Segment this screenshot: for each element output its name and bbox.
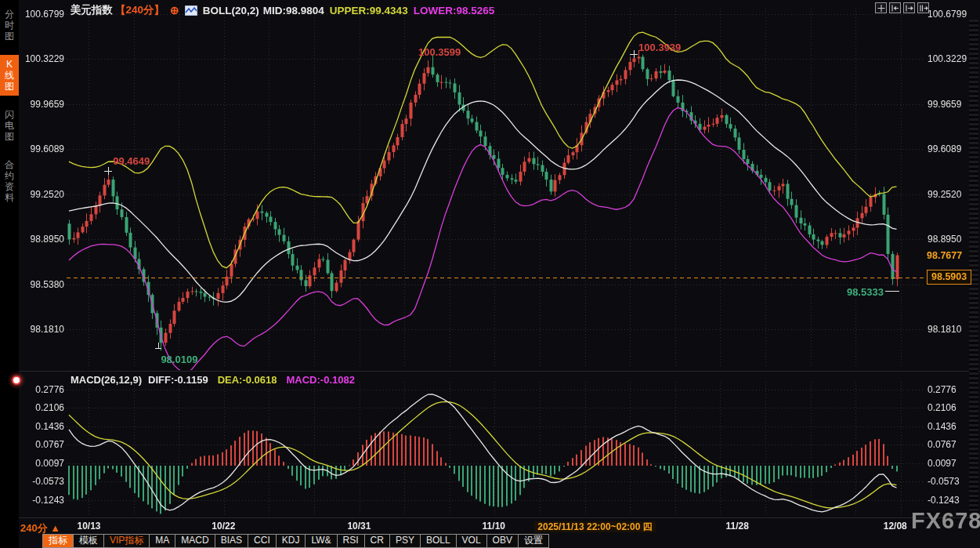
- macd-value: MACD:-0.1082: [287, 374, 355, 386]
- crosshair-icon[interactable]: [875, 2, 887, 13]
- macd-header: MACD(26,12,9) DIFF:-0.1159 DEA:-0.0618 M…: [71, 374, 355, 386]
- toolbar-item-obv[interactable]: OBV: [486, 534, 519, 548]
- toolbar-item-cci[interactable]: CCI: [248, 534, 277, 548]
- right-scroll-strip[interactable]: [969, 20, 978, 512]
- shift-right-icon[interactable]: [917, 2, 929, 13]
- indicator-toolbar: 指标模板VIP指标MAMACDBIASCCIKDJLW&RSICRPSYBOLL…: [43, 534, 549, 548]
- sun-icon[interactable]: [12, 376, 21, 385]
- boll-mid-value: MID:98.9804: [263, 5, 324, 16]
- period-title: 【240分】: [115, 3, 165, 17]
- toolbar-item-psy[interactable]: PSY: [389, 534, 421, 548]
- sidebar-item-flash-chart[interactable]: 闪电图: [0, 105, 19, 146]
- chart-header: 美元指数 【240分】 ⊕ BOLL(20,2) MID:98.9804 UPP…: [71, 3, 494, 17]
- trading-app-window: 分时图K线图闪电图合约资料 美元指数 【240分】 ⊕ BOLL(20,2) M…: [0, 0, 980, 548]
- toolbar-item-settings[interactable]: 设置: [518, 534, 549, 548]
- sidebar-item-label: 闪电图: [4, 109, 15, 142]
- toolbar-item-rsi[interactable]: RSI: [337, 534, 365, 548]
- toolbar-item-vip-indicator[interactable]: VIP指标: [103, 534, 150, 548]
- expand-horizontal-icon[interactable]: [903, 2, 915, 13]
- triangle-up-icon: ▲: [50, 522, 60, 534]
- toolbar-item-lw[interactable]: LW&: [305, 534, 337, 548]
- left-sidebar: 分时图K线图闪电图合约资料: [0, 0, 19, 548]
- toolbar-item-bias[interactable]: BIAS: [215, 534, 248, 548]
- macd-params-label: MACD(26,12,9): [71, 374, 142, 386]
- toolbar-item-macd[interactable]: MACD: [175, 534, 215, 548]
- toolbar-item-kdj[interactable]: KDJ: [276, 534, 306, 548]
- sidebar-item-label: K线图: [4, 59, 15, 92]
- boll-indicator-label: BOLL(20,2): [203, 5, 259, 16]
- toolbar-item-template[interactable]: 模板: [73, 534, 104, 548]
- sidebar-item-timeshare-chart[interactable]: 分时图: [0, 5, 19, 45]
- toolbar-item-cr[interactable]: CR: [364, 534, 390, 548]
- sidebar-item-label: 合约资料: [4, 159, 15, 203]
- toolbar-item-ma[interactable]: MA: [149, 534, 175, 548]
- boll-lower-value: LOWER:98.5265: [414, 5, 495, 16]
- candlestick-chart-canvas[interactable]: [0, 0, 980, 548]
- symbol-title: 美元指数: [71, 3, 113, 17]
- period-selector-label: 240分: [20, 522, 48, 534]
- toolbar-item-boll[interactable]: BOLL: [420, 534, 457, 548]
- toolbar-item-indicator[interactable]: 指标: [42, 534, 74, 548]
- chart-scale-controls: [875, 2, 929, 13]
- plus-circle-icon[interactable]: ⊕: [170, 4, 179, 16]
- sidebar-item-label: 分时图: [4, 9, 15, 42]
- sidebar-item-kline-chart[interactable]: K线图: [0, 55, 19, 96]
- toolbar-item-vol[interactable]: VOL: [456, 534, 487, 548]
- macd-dea-value: DEA:-0.0618: [218, 374, 277, 386]
- sidebar-item-contract-info[interactable]: 合约资料: [0, 155, 19, 207]
- chart-thumbnail-icon[interactable]: [185, 5, 197, 16]
- boll-upper-value: UPPER:99.4343: [330, 5, 408, 16]
- macd-diff-value: DIFF:-0.1159: [148, 374, 208, 386]
- compress-horizontal-icon[interactable]: [889, 2, 901, 13]
